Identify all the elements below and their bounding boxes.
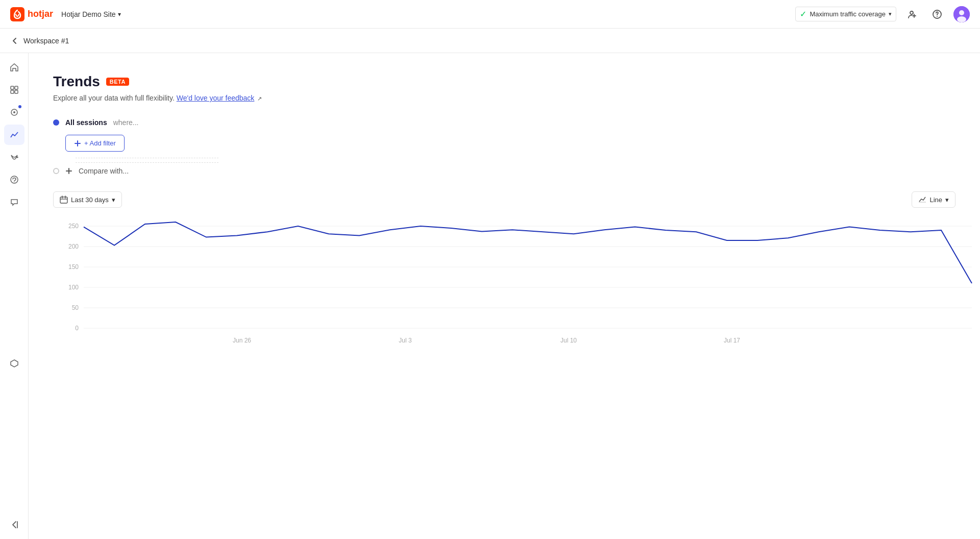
check-circle-icon: ✓ <box>800 9 806 19</box>
svg-text:Jul 17: Jul 17 <box>724 337 740 344</box>
line-chart-svg: 250 200 150 100 50 0 Jun 26 Jul 3 Jul 10… <box>53 216 980 359</box>
add-filter-button[interactable]: + Add filter <box>65 135 125 152</box>
avatar-image <box>953 6 970 22</box>
chart-type-label: Line <box>929 196 942 204</box>
date-range-button[interactable]: Last 30 days ▾ <box>53 191 122 208</box>
sidebar-item-recordings[interactable] <box>4 147 24 167</box>
topnav-left: hotjar Hotjar Demo Site ▾ <box>10 7 125 21</box>
svg-text:50: 50 <box>72 304 79 311</box>
svg-text:Jul 3: Jul 3 <box>399 337 412 344</box>
calendar-icon <box>60 195 68 204</box>
sessions-label: All sessions <box>65 118 107 127</box>
chart-type-chevron: ▾ <box>945 196 949 204</box>
svg-point-4 <box>959 10 964 15</box>
svg-rect-9 <box>15 90 18 93</box>
collapse-icon <box>9 520 19 530</box>
notification-dot <box>18 105 21 108</box>
svg-text:Jul 10: Jul 10 <box>560 337 577 344</box>
page-title-row: Trends BETA <box>53 74 955 90</box>
sidebar-item-observe[interactable] <box>4 102 24 122</box>
external-link-icon: ↗ <box>257 95 262 102</box>
chart-type-button[interactable]: Line ▾ <box>912 191 955 208</box>
help-button[interactable] <box>929 6 945 22</box>
line-chart-icon <box>918 195 926 204</box>
beta-badge: BETA <box>106 78 129 86</box>
sidebar <box>0 53 29 539</box>
separator-lines <box>65 158 955 163</box>
main-content: Trends BETA Explore all your data with f… <box>29 53 980 381</box>
breadcrumb-bar: Workspace #1 <box>0 29 980 53</box>
svg-text:200: 200 <box>68 243 79 250</box>
svg-rect-0 <box>10 7 24 21</box>
observe-icon <box>9 107 19 117</box>
compare-row[interactable]: Compare with... <box>53 167 955 175</box>
sessions-where-label: where... <box>113 118 139 127</box>
svg-point-12 <box>11 176 18 183</box>
svg-text:100: 100 <box>68 284 79 291</box>
chart-section: Last 30 days ▾ Line ▾ <box>53 191 955 361</box>
svg-text:250: 250 <box>68 223 79 230</box>
site-selector[interactable]: Hotjar Demo Site ▾ <box>57 8 125 20</box>
site-name: Hotjar Demo Site <box>61 10 116 18</box>
traffic-coverage-badge[interactable]: ✓ Maximum traffic coverage ▾ <box>795 7 896 21</box>
sidebar-item-surveys[interactable] <box>4 192 24 212</box>
hotjar-logo-icon <box>10 7 24 21</box>
svg-rect-6 <box>11 86 14 89</box>
top-navigation: hotjar Hotjar Demo Site ▾ ✓ Maximum traf… <box>0 0 980 29</box>
page-title: Trends <box>53 74 100 90</box>
date-range-chevron: ▾ <box>112 196 115 204</box>
session-filter-row: All sessions where... <box>53 118 955 127</box>
svg-point-13 <box>14 181 15 182</box>
logo-text: hotjar <box>28 9 53 19</box>
date-range-label: Last 30 days <box>71 196 109 204</box>
sidebar-item-collapse[interactable] <box>4 514 24 535</box>
filter-dot-primary <box>53 119 59 126</box>
svg-point-11 <box>13 111 15 113</box>
sidebar-item-feedback[interactable] <box>4 169 24 190</box>
help-icon <box>932 9 942 19</box>
sidebar-item-integrations[interactable] <box>4 353 24 374</box>
traffic-chevron-icon: ▾ <box>889 11 892 17</box>
svg-text:0: 0 <box>75 325 79 332</box>
chart-controls: Last 30 days ▾ Line ▾ <box>53 191 955 208</box>
svg-rect-7 <box>15 86 18 89</box>
sidebar-item-dashboard[interactable] <box>4 80 24 100</box>
add-user-button[interactable] <box>904 6 921 22</box>
plus-icon <box>74 140 81 147</box>
back-button[interactable] <box>10 36 19 45</box>
svg-rect-15 <box>60 197 67 203</box>
trends-icon <box>9 130 19 140</box>
add-filter-label: + Add filter <box>84 139 116 147</box>
traffic-coverage-label: Maximum traffic coverage <box>810 10 886 18</box>
back-arrow-icon <box>10 36 19 45</box>
user-avatar[interactable] <box>953 6 970 22</box>
dashboard-icon <box>9 85 19 95</box>
chevron-down-icon: ▾ <box>118 11 121 18</box>
sidebar-item-trends[interactable] <box>4 125 24 145</box>
feedback-icon <box>9 175 19 185</box>
home-icon <box>9 62 19 72</box>
sidebar-item-home[interactable] <box>4 57 24 78</box>
filter-dot-empty <box>53 168 59 174</box>
feedback-link[interactable]: We'd love your feedback <box>177 94 255 102</box>
subtitle-text: Explore all your data with full flexibil… <box>53 94 175 102</box>
filters-section: All sessions where... + Add filter Compa… <box>53 118 955 175</box>
svg-text:150: 150 <box>68 263 79 271</box>
svg-text:Jun 26: Jun 26 <box>233 337 251 344</box>
breadcrumb-text: Workspace #1 <box>23 37 69 45</box>
compare-label: Compare with... <box>79 167 129 175</box>
surveys-icon <box>9 197 19 207</box>
add-user-icon <box>908 9 918 19</box>
plus-icon-compare <box>65 167 72 175</box>
topnav-right: ✓ Maximum traffic coverage ▾ <box>795 6 970 22</box>
chart-container: 250 200 150 100 50 0 Jun 26 Jul 3 Jul 10… <box>53 216 955 361</box>
recordings-icon <box>9 152 19 162</box>
dashed-line-1 <box>76 158 218 158</box>
page-header: Trends BETA Explore all your data with f… <box>53 74 955 102</box>
dashed-line-2 <box>76 162 218 163</box>
integrations-icon <box>9 358 19 369</box>
svg-rect-8 <box>11 90 14 93</box>
svg-point-1 <box>910 11 913 14</box>
svg-point-5 <box>957 16 966 22</box>
hotjar-logo[interactable]: hotjar <box>10 7 53 21</box>
